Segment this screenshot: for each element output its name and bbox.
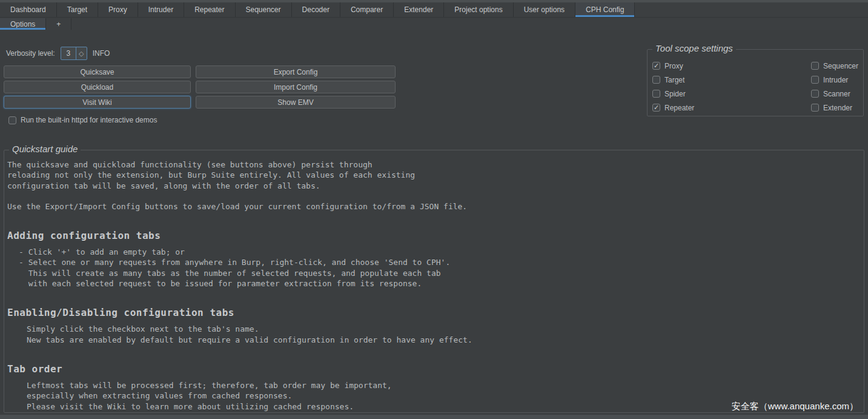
tab-label: Extender: [404, 5, 433, 14]
tab-label: CPH Config: [586, 5, 624, 14]
guide-section-heading: Tab order: [7, 363, 864, 375]
tool-scope-checkbox[interactable]: ✓: [652, 104, 660, 112]
tool-scope-columns: ✓ Proxy Target Spider ✓ Repeater Sequenc…: [648, 50, 863, 115]
tab-intruder[interactable]: Intruder: [138, 2, 184, 17]
spinner-updown-icon[interactable]: ◇: [76, 47, 87, 59]
export-config-button[interactable]: Export Config: [196, 65, 396, 78]
quickload-button[interactable]: Quickload: [4, 81, 191, 93]
quickstart-guide-title: Quickstart guide: [9, 144, 81, 154]
tool-scope-item-sequencer[interactable]: Sequencer: [811, 59, 858, 73]
tool-scope-checkbox[interactable]: [811, 62, 819, 70]
tool-scope-item-target[interactable]: Target: [652, 73, 811, 87]
tool-scope-item-scanner[interactable]: Scanner: [811, 87, 858, 101]
tool-scope-title: Tool scope settings: [652, 43, 736, 53]
httpd-checkbox-row[interactable]: Run the built-in httpd for interactive d…: [8, 116, 157, 124]
verbosity-row: Verbosity level: 3 ◇ INFO: [6, 47, 110, 60]
tab-label: Target: [67, 5, 87, 14]
httpd-checkbox-label: Run the built-in httpd for interactive d…: [21, 116, 157, 124]
anquanke-watermark: 安全客（www.anquanke.com）: [732, 401, 858, 412]
subtab-options[interactable]: Options: [0, 18, 46, 30]
tab-repeater[interactable]: Repeater: [184, 2, 235, 17]
guide-section-heading: Enabling/Disabling configuration tabs: [7, 307, 864, 318]
guide-section-body: Simply click the checkbox next to the ta…: [27, 324, 864, 345]
tab-label: Project options: [454, 5, 502, 14]
tab-extender[interactable]: Extender: [394, 2, 444, 17]
tab-cph-config[interactable]: CPH Config: [575, 2, 635, 17]
verbosity-label: Verbosity level:: [6, 49, 55, 58]
tool-scope-checkbox[interactable]: [652, 90, 660, 98]
tab-sequencer[interactable]: Sequencer: [236, 2, 292, 17]
tool-scope-label: Spider: [664, 90, 686, 98]
guide-section-body: - Click '+' to add an empty tab; or - Se…: [19, 247, 864, 289]
tool-scope-checkbox[interactable]: [811, 104, 819, 112]
guide-section-enabling-disabling-configuration-tabs: Enabling/Disabling configuration tabs Si…: [7, 307, 864, 345]
guide-export-note: Use the Export/Import Config buttons to …: [7, 201, 864, 212]
tool-scope-item-spider[interactable]: Spider: [652, 87, 811, 101]
tool-scope-checkbox[interactable]: [811, 90, 819, 98]
tool-scope-label: Sequencer: [823, 62, 858, 70]
tab-label: Sequencer: [246, 5, 281, 14]
visit-wiki-button[interactable]: Visit Wiki: [4, 96, 191, 109]
tool-scope-item-repeater[interactable]: ✓ Repeater: [652, 101, 811, 115]
tab-comparer[interactable]: Comparer: [340, 2, 394, 17]
import-config-button[interactable]: Import Config: [196, 81, 396, 93]
verbosity-spinner[interactable]: 3 ◇: [61, 47, 87, 60]
tool-scope-checkbox[interactable]: [652, 76, 660, 84]
subtab-add[interactable]: +: [46, 18, 71, 30]
tab-proxy[interactable]: Proxy: [98, 2, 138, 17]
tool-scope-item-proxy[interactable]: ✓ Proxy: [652, 59, 811, 73]
quickstart-guide-group: Quickstart guide The quicksave and quick…: [4, 150, 864, 413]
guide-section-adding-configuration-tabs: Adding configuration tabs - Click '+' to…: [7, 230, 864, 289]
main-tab-bar: Dashboard Target Proxy Intruder Repeater…: [0, 2, 868, 18]
tab-label: Repeater: [194, 5, 224, 14]
tab-label: Dashboard: [10, 5, 46, 14]
tool-scope-label: Scanner: [823, 90, 850, 98]
tab-target[interactable]: Target: [57, 2, 98, 17]
tab-decoder[interactable]: Decoder: [292, 2, 340, 17]
tab-label: Intruder: [148, 5, 173, 14]
tool-scope-label: Proxy: [664, 62, 683, 70]
quickstart-guide-content: The quicksave and quickload functionalit…: [4, 150, 864, 412]
tab-label: User options: [524, 5, 565, 14]
tab-user-options[interactable]: User options: [514, 2, 575, 17]
window-bottom-edge: [0, 415, 868, 419]
quicksave-button[interactable]: Quicksave: [4, 65, 191, 78]
guide-section-heading: Adding configuration tabs: [7, 230, 864, 241]
tool-scope-label: Repeater: [664, 104, 694, 112]
tool-scope-column-right: Sequencer Intruder Scanner Extender: [811, 59, 858, 115]
tool-scope-group: Tool scope settings ✓ Proxy Target Spide…: [647, 49, 864, 116]
verbosity-value[interactable]: 3: [61, 47, 76, 59]
sub-tab-bar: Options +: [0, 18, 868, 30]
tab-label: Comparer: [351, 5, 383, 14]
tab-label: Decoder: [302, 5, 330, 14]
tab-label: Proxy: [108, 5, 127, 14]
tool-scope-label: Extender: [823, 104, 852, 112]
tab-label: Options: [10, 20, 35, 28]
tool-scope-checkbox[interactable]: ✓: [652, 62, 660, 70]
tool-scope-label: Intruder: [823, 76, 848, 84]
tool-scope-column-left: ✓ Proxy Target Spider ✓ Repeater: [652, 59, 811, 115]
tab-project-options[interactable]: Project options: [444, 2, 513, 17]
tab-dashboard[interactable]: Dashboard: [0, 2, 57, 17]
show-emv-button[interactable]: Show EMV: [196, 96, 396, 109]
tool-scope-checkbox[interactable]: [811, 76, 819, 84]
tab-label: +: [56, 20, 61, 28]
guide-intro-paragraph: The quicksave and quickload functionalit…: [7, 159, 864, 191]
tool-scope-item-intruder[interactable]: Intruder: [811, 73, 858, 87]
tool-scope-label: Target: [664, 76, 684, 84]
verbosity-level-name: INFO: [93, 49, 110, 58]
httpd-checkbox[interactable]: [8, 116, 16, 124]
guide-sections: Adding configuration tabs - Click '+' to…: [7, 230, 864, 412]
tool-scope-item-extender[interactable]: Extender: [811, 101, 858, 115]
